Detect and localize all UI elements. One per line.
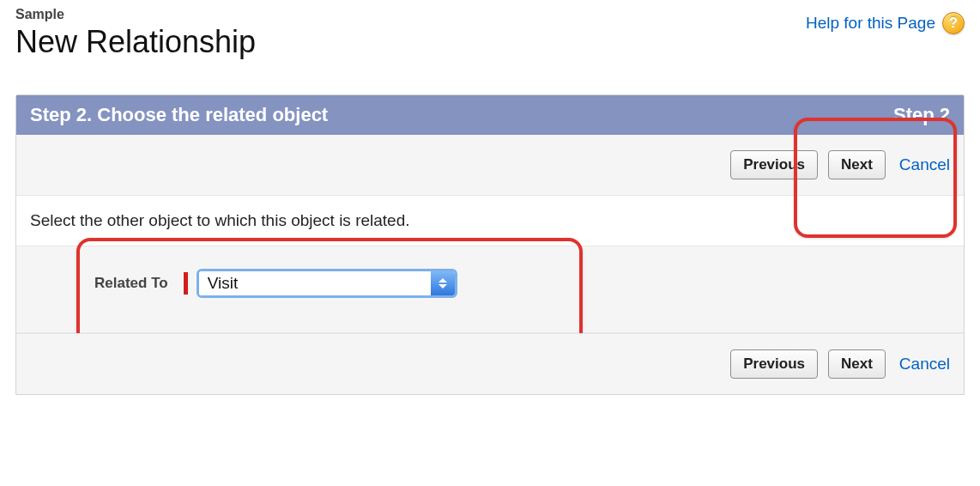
- required-indicator: [184, 272, 188, 295]
- help-link-wrap: Help for this Page ?: [806, 12, 965, 34]
- select-stepper-icon[interactable]: [431, 271, 455, 295]
- related-to-select[interactable]: Visit: [197, 269, 457, 298]
- page-title: New Relationship: [15, 24, 256, 60]
- cancel-link[interactable]: Cancel: [899, 155, 950, 174]
- breadcrumb: Sample: [15, 7, 256, 22]
- related-to-label: Related To: [94, 275, 168, 292]
- help-icon[interactable]: ?: [942, 12, 965, 34]
- previous-button[interactable]: Previous: [730, 150, 818, 179]
- field-row: Related To Visit: [16, 246, 964, 333]
- page-header: Sample New Relationship Help for this Pa…: [15, 7, 965, 60]
- wizard-panel: Step 2. Choose the related object Step 2…: [15, 94, 965, 395]
- wizard-header: Step 2. Choose the related object Step 2: [16, 95, 964, 135]
- instruction-text: Select the other object to which this ob…: [16, 196, 964, 246]
- next-button-bottom[interactable]: Next: [828, 349, 886, 379]
- chevron-down-icon: [439, 284, 447, 289]
- next-button[interactable]: Next: [828, 150, 886, 179]
- button-row-bottom: Previous Next Cancel: [16, 333, 964, 394]
- wizard-step-indicator: Step 2: [893, 104, 950, 126]
- button-row-top: Previous Next Cancel: [16, 135, 964, 196]
- previous-button-bottom[interactable]: Previous: [730, 349, 818, 379]
- chevron-up-icon: [439, 278, 447, 282]
- field-inner: Related To Visit: [94, 269, 950, 298]
- help-link[interactable]: Help for this Page: [806, 14, 935, 33]
- wizard-step-title: Step 2. Choose the related object: [30, 104, 328, 126]
- related-to-value: Visit: [199, 271, 431, 295]
- page-header-left: Sample New Relationship: [15, 7, 256, 60]
- cancel-link-bottom[interactable]: Cancel: [899, 355, 950, 374]
